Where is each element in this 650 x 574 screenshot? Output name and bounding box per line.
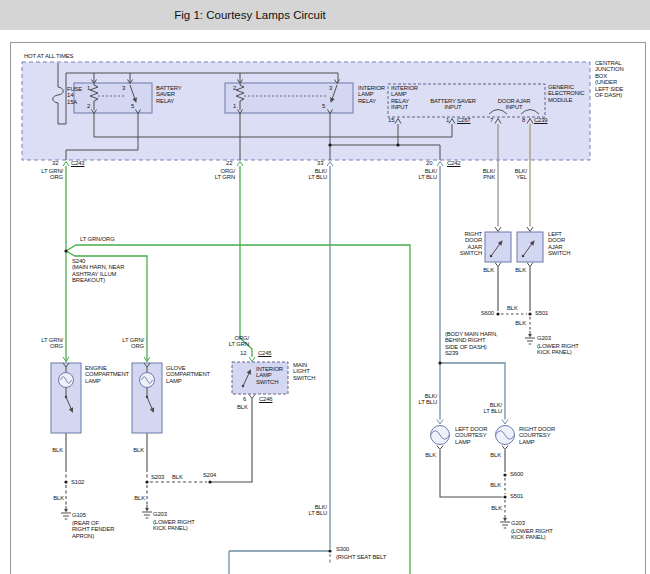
ground-g203-ajar-icon [525, 331, 535, 344]
wire-blk-courtesy1-label: BLK [479, 482, 501, 488]
ground-g105-label: G105 [72, 512, 86, 518]
wire-color-33-label: BLK/ LT BLU [294, 168, 327, 181]
splice-s501-ajar-label: S501 [535, 310, 548, 316]
bsr-pin1-label: 1 [87, 85, 90, 91]
right-door-ajar-switch [485, 232, 511, 262]
wire-color-blk-yel-label: BLK/ YEL [494, 168, 527, 181]
wire-color-22-label: ORG/ LT GRN [202, 168, 235, 181]
central-junction-box-label: CENTRAL JUNCTION BOX (UNDER LEFT SIDE OF… [595, 60, 624, 98]
right-door-courtesy-lamp-label: RIGHT DOOR COURTESY LAMP [519, 426, 555, 445]
splice-s102-label: S102 [71, 479, 84, 485]
bsr-pin5-label: 5 [131, 103, 134, 109]
wire-blk-lcl-label: BLK [414, 452, 436, 458]
left-door-ajar-switch-label: LEFT DOOR AJAR SWITCH [548, 231, 570, 257]
wire-blk-courtesy2-label: BLK [480, 505, 502, 511]
connector-c243-label: C243 [71, 160, 84, 166]
wire-lt-grn-org-main-label: LT GRN/ORG [80, 236, 115, 242]
wire-s300-run [229, 551, 330, 574]
wire-engine-feed-label: LT GRN/ ORG [30, 337, 63, 350]
connector-c245-label: C245 [258, 350, 271, 356]
gem-pin7-label: 7 [490, 117, 493, 123]
splice-s203-label: S203 [151, 474, 164, 480]
wire-right-courtesy-label: BLK/ LT BLU [469, 402, 502, 415]
ilr-pin2-label: 2 [233, 85, 236, 91]
splice-s240-label: S240 (MAIN HARN, NEAR ASHTRAY ILLUM BREA… [72, 258, 124, 284]
ground-g203-courtesy-location: (LOWER RIGHT KICK PANEL) [511, 528, 553, 541]
connector-c239-label: C239 [534, 117, 547, 123]
glove-compartment-lamp-label: GLOVE COMPARTMENT LAMP [166, 365, 210, 384]
splice-s204-label: S204 [203, 472, 216, 478]
ground-g203-glove-location: (LOWER RIGHT KICK PANEL) [153, 519, 195, 532]
gem-pin8-label: 8 [522, 117, 525, 123]
wire-blk-rdas-label: BLK [472, 267, 494, 273]
ilr-pin1-label: 1 [233, 103, 236, 109]
fuse-label: FUSE 14 15A [67, 86, 82, 105]
wire-blk-rcl-label: BLK [479, 452, 501, 458]
gem-interior-lamp-relay-input-label: INTERIOR LAMP RELAY INPUT [391, 85, 418, 111]
left-door-courtesy-lamp [431, 426, 450, 445]
connector-c242-label: C242 [447, 160, 460, 166]
interior-lamp-relay-label: INTERIOR LAMP RELAY [358, 85, 385, 104]
wire-org-lt-grn [240, 166, 252, 357]
wire-color-blk-pnk-label: BLK/ PNK [462, 168, 495, 181]
ground-g203-glove-icon [142, 505, 152, 518]
ground-g203-glove-label: G203 [153, 511, 167, 517]
main-light-switch-label: MAIN LIGHT SWITCH [293, 362, 315, 381]
glove-compartment-lamp [132, 363, 162, 433]
hot-at-all-times-label: HOT AT ALL TIMES [24, 53, 73, 59]
gem-pin1-label: 1 [446, 117, 449, 123]
left-door-courtesy-lamp-label: LEFT DOOR COURTESY LAMP [455, 426, 487, 445]
wire-blk-engine2-label: BLK [42, 495, 64, 501]
pin6-label: 6 [243, 396, 246, 402]
battery-saver-relay [74, 83, 152, 113]
wire-color-33b-label: BLK/ LT BLU [294, 504, 327, 517]
wire-color-20-label: BLK/ LT BLU [404, 168, 437, 181]
ground-g105-location: (REAR OF RIGHT FENDER APRON) [72, 520, 114, 539]
splice-s600-ajar-label: S600 [472, 310, 494, 316]
wire-blk-ldas-label: BLK [504, 267, 526, 273]
wire-blk-s203-s204-label: BLK [172, 474, 183, 480]
gem-door-ajar-input-label: DOOR AJAR INPUT [489, 98, 539, 111]
ground-g203-courtesy-label: G203 [511, 520, 525, 526]
wire-switch-feed-label: ORG/ LT GRN [216, 335, 249, 348]
bsr-pin3-label: 3 [122, 85, 125, 91]
bsr-pin2-label: 2 [87, 103, 90, 109]
pin33-label: 33 [317, 160, 323, 166]
wire-blk-glove2-label: BLK [123, 495, 145, 501]
generic-electronic-module-label: GENERIC ELECTRONIC MODULE [548, 84, 584, 103]
right-door-courtesy-lamp [496, 426, 515, 445]
splice-s239-label: (BODY MAIN HARN, BEHIND RIGHT SIDE OF DA… [445, 331, 497, 357]
ground-g203-ajar-label: G203 [537, 335, 551, 341]
pin22-label: 22 [226, 160, 232, 166]
wire-blk-ils-label: BLK [237, 404, 248, 410]
gem-pin15-label: 15 [388, 117, 394, 123]
wire-blk-ajar-link-label: BLK [507, 305, 518, 311]
pin12-label: 12 [240, 350, 246, 356]
gem-battery-saver-input-label: BATTERY SAVER INPUT [420, 98, 486, 111]
ground-g203-ajar-location: (LOWER RIGHT KICK PANEL) [537, 343, 579, 356]
engine-compartment-lamp [51, 363, 81, 433]
ground-g203-courtesy-icon [500, 515, 510, 528]
ilr-pin5-label: 5 [322, 103, 325, 109]
wire-glove-feed-label: LT GRN/ ORG [111, 337, 144, 350]
splice-s300-label: S300 [336, 546, 349, 552]
right-door-ajar-switch-label: RIGHT DOOR AJAR SWITCH [448, 231, 482, 257]
engine-compartment-lamp-label: ENGINE COMPARTMENT LAMP [85, 365, 129, 384]
wire-color-32-label: LT GRN/ ORG [30, 168, 63, 181]
left-door-ajar-switch [517, 232, 543, 262]
connector-c246-label: C246 [259, 396, 272, 402]
courtesy-lamps-wiring-page: { "title": "Fig 1: Courtesy Lamps Circui… [0, 0, 650, 574]
pin20-label: 20 [426, 160, 432, 166]
ilr-pin3-label: 3 [329, 85, 332, 91]
wire-blk-ajar-gnd-label: BLK [504, 320, 526, 326]
wire-left-courtesy-label: BLK/ LT BLU [404, 393, 437, 406]
interior-lamp-switch-label: INTERIOR LAMP SWITCH [256, 366, 283, 385]
pin32-label: 32 [52, 160, 58, 166]
wire-blk-engine-label: BLK [41, 447, 63, 453]
splice-s501-courtesy-label: S501 [510, 493, 523, 499]
connector-c267-label: C267 [457, 117, 470, 123]
splice-s600-courtesy-label: S600 [510, 471, 523, 477]
interior-lamp-relay [225, 83, 353, 113]
wire-blk-glove-label: BLK [122, 447, 144, 453]
splice-s300-location: (RIGHT SEAT BELT [336, 554, 386, 560]
